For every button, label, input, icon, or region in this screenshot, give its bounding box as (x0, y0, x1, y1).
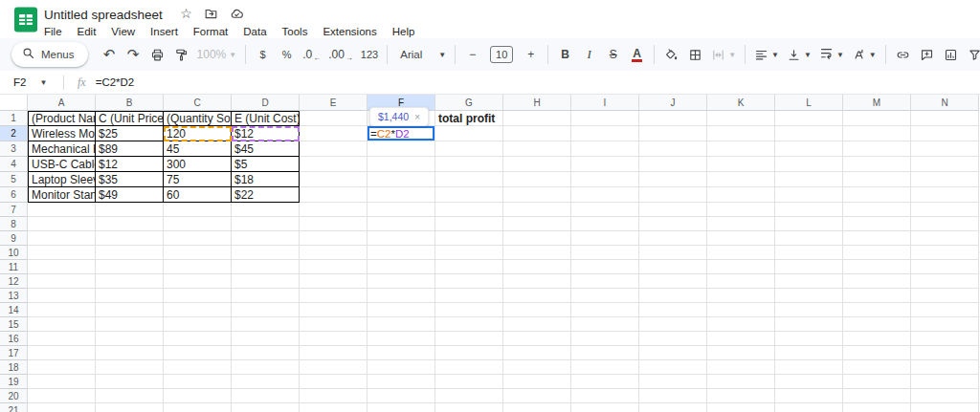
paint-format-button[interactable] (170, 43, 192, 66)
formula-input[interactable]: =C2*D2 (96, 76, 135, 88)
cell-B7[interactable] (96, 203, 164, 217)
cell-L20[interactable] (775, 389, 843, 403)
cell-G8[interactable] (435, 217, 503, 231)
cell-L12[interactable] (775, 274, 843, 289)
cell-K18[interactable] (707, 360, 775, 375)
close-icon[interactable]: × (414, 112, 420, 122)
cell-F20[interactable] (368, 389, 435, 403)
cell-K16[interactable] (707, 332, 775, 346)
cell-I16[interactable] (571, 332, 639, 346)
cell-E12[interactable] (300, 274, 368, 289)
cell-D6[interactable]: $22 (232, 187, 300, 203)
cell-M3[interactable] (843, 141, 911, 157)
row-header-1[interactable]: 1 (0, 111, 28, 126)
redo-button[interactable]: ↷ (122, 43, 145, 66)
cell-C10[interactable] (164, 246, 232, 260)
text-wrap-button[interactable]: ▼ (816, 43, 847, 66)
cell-J16[interactable] (639, 332, 707, 346)
cell-M10[interactable] (843, 246, 911, 260)
row-header-17[interactable]: 17 (0, 346, 28, 360)
cell-I8[interactable] (571, 217, 639, 231)
percent-format-button[interactable]: % (276, 43, 298, 66)
cell-F7[interactable] (368, 203, 435, 217)
cell-H21[interactable] (503, 403, 571, 412)
cell-D1[interactable]: E (Unit Cost) (232, 111, 300, 126)
cell-N21[interactable] (911, 403, 979, 412)
column-header-J[interactable]: J (639, 95, 707, 111)
cell-I21[interactable] (571, 403, 639, 412)
cell-H4[interactable] (503, 157, 571, 172)
cell-G17[interactable] (435, 346, 503, 360)
cell-E5[interactable] (300, 172, 368, 187)
cell-N4[interactable] (911, 157, 979, 172)
cell-E20[interactable] (300, 389, 368, 403)
cell-H2[interactable] (503, 126, 571, 141)
cell-A12[interactable] (28, 274, 96, 289)
cell-I17[interactable] (571, 346, 639, 360)
row-header-19[interactable]: 19 (0, 375, 28, 389)
cell-E17[interactable] (300, 346, 368, 360)
star-icon[interactable]: ☆ (180, 7, 192, 20)
row-header-20[interactable]: 20 (0, 389, 28, 403)
cell-B19[interactable] (96, 375, 164, 389)
row-header-8[interactable]: 8 (0, 217, 28, 231)
cell-I4[interactable] (571, 157, 639, 172)
cell-I11[interactable] (571, 260, 639, 274)
column-header-E[interactable]: E (300, 95, 368, 111)
cell-K1[interactable] (707, 111, 775, 126)
document-title[interactable]: Untitled spreadsheet (44, 8, 163, 22)
cell-J9[interactable] (639, 231, 707, 246)
cell-F16[interactable] (368, 332, 435, 346)
corner-box[interactable] (0, 95, 28, 111)
cell-F19[interactable] (368, 375, 435, 389)
cell-E10[interactable] (300, 246, 368, 260)
cell-L19[interactable] (775, 375, 843, 389)
cell-G12[interactable] (435, 274, 503, 289)
cell-B18[interactable] (96, 360, 164, 375)
cell-J4[interactable] (639, 157, 707, 172)
cell-A3[interactable]: Mechanical Keyboard (28, 141, 96, 157)
cell-M5[interactable] (843, 172, 911, 187)
cell-J8[interactable] (639, 217, 707, 231)
cell-H10[interactable] (503, 246, 571, 260)
cell-I1[interactable] (571, 111, 639, 126)
cell-H19[interactable] (503, 375, 571, 389)
cell-C2[interactable]: 120 (164, 126, 232, 141)
cell-N3[interactable] (911, 141, 979, 157)
cell-J13[interactable] (639, 289, 707, 303)
cell-G11[interactable] (435, 260, 503, 274)
cell-M14[interactable] (843, 303, 911, 317)
cell-L6[interactable] (775, 187, 843, 203)
cell-I10[interactable] (571, 246, 639, 260)
column-header-B[interactable]: B (96, 95, 164, 111)
column-header-C[interactable]: C (164, 95, 232, 111)
cell-N2[interactable] (911, 126, 979, 141)
cell-M13[interactable] (843, 289, 911, 303)
cell-B17[interactable] (96, 346, 164, 360)
cell-H14[interactable] (503, 303, 571, 317)
cell-E3[interactable] (300, 141, 368, 157)
cell-M11[interactable] (843, 260, 911, 274)
row-header-2[interactable]: 2 (0, 126, 28, 141)
cell-H18[interactable] (503, 360, 571, 375)
cell-F12[interactable] (368, 274, 435, 289)
cell-A9[interactable] (28, 231, 96, 246)
cell-I3[interactable] (571, 141, 639, 157)
move-folder-icon[interactable] (204, 7, 218, 21)
cell-B16[interactable] (96, 332, 164, 346)
cell-A21[interactable] (28, 403, 96, 412)
menu-file[interactable]: File (37, 25, 69, 38)
cell-N20[interactable] (911, 389, 979, 403)
cell-K17[interactable] (707, 346, 775, 360)
cell-J20[interactable] (639, 389, 707, 403)
cell-B21[interactable] (96, 403, 164, 412)
column-header-A[interactable]: A (28, 95, 96, 111)
cell-B13[interactable] (96, 289, 164, 303)
cell-C13[interactable] (164, 289, 232, 303)
cell-C14[interactable] (164, 303, 232, 317)
cell-C15[interactable] (164, 317, 232, 332)
cell-N5[interactable] (911, 172, 979, 187)
row-header-14[interactable]: 14 (0, 303, 28, 317)
italic-button[interactable]: I (578, 43, 600, 66)
cell-C9[interactable] (164, 231, 232, 246)
